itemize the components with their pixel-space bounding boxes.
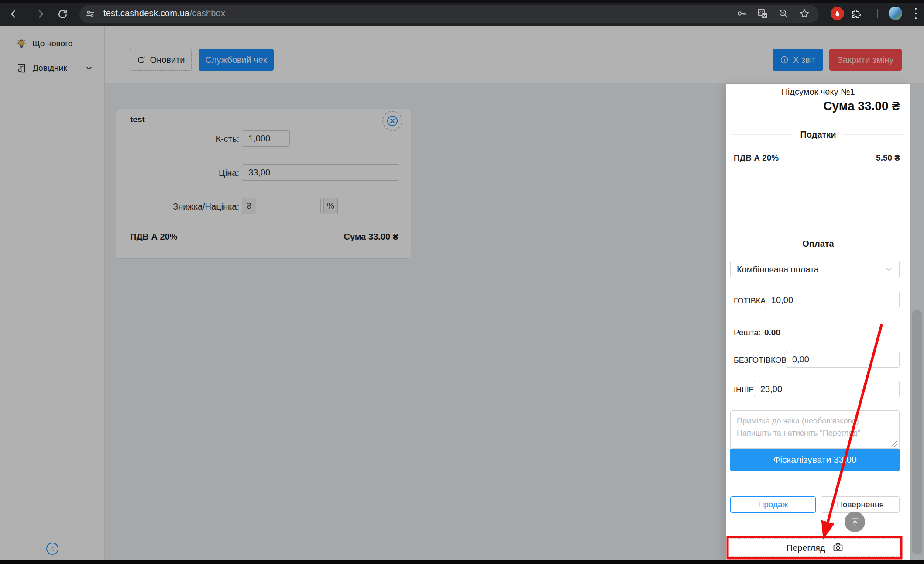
browser-reload-button[interactable]	[53, 5, 72, 23]
chrome-divider	[877, 9, 878, 18]
cash-label: ГОТІВКА:	[734, 296, 768, 306]
browser-back-button[interactable]	[6, 5, 24, 23]
sale-button[interactable]: Продаж	[730, 496, 816, 513]
translate-icon[interactable]: G	[757, 8, 768, 19]
payment-method-value: Комбінована оплата	[737, 265, 819, 275]
drawer-title: Підсумок чеку №1	[726, 87, 910, 97]
cash-input[interactable]	[765, 292, 900, 308]
tax-name: ПДВ А 20%	[734, 153, 779, 163]
back-arrow-icon	[10, 8, 21, 20]
payment-section-divider: Оплата	[732, 239, 904, 249]
preview-button[interactable]: Перегляд	[730, 538, 900, 557]
camera-icon	[833, 542, 843, 553]
site-info-button[interactable]	[81, 5, 100, 23]
back-to-top-button[interactable]	[845, 512, 865, 532]
hand-icon	[834, 10, 841, 17]
chrome-menu-button[interactable]	[914, 8, 917, 19]
receipt-total: Сума 33.00 ₴	[823, 99, 900, 113]
chevron-down-icon	[884, 265, 893, 274]
receipt-note-textarea[interactable]	[730, 410, 900, 449]
reload-icon	[57, 9, 68, 20]
tax-amount: 5.50 ₴	[876, 153, 900, 163]
receipt-summary-drawer: Підсумок чеку №1 Сума 33.00 ₴ Податки ПД…	[726, 84, 910, 564]
forward-arrow-icon	[33, 8, 45, 20]
taxes-section-divider: Податки	[732, 130, 904, 140]
extensions-puzzle-icon	[851, 9, 862, 20]
taxes-header: Податки	[800, 130, 836, 140]
adblock-extension-icon[interactable]	[831, 7, 844, 20]
other-input[interactable]	[754, 381, 900, 397]
other-label: ІНШЕ:	[734, 385, 756, 395]
cashless-input[interactable]	[786, 351, 900, 368]
payment-method-select[interactable]: Комбінована оплата	[730, 261, 900, 278]
divider	[730, 525, 900, 525]
refund-button[interactable]: Повернення	[821, 496, 900, 513]
bottom-black-bar	[0, 560, 924, 564]
site-info-icon	[85, 9, 96, 19]
extensions-button[interactable]	[847, 5, 865, 23]
zoom-out-icon[interactable]	[778, 8, 789, 19]
browser-chrome: test.cashdesk.com.ua/cashbox G	[0, 0, 924, 26]
password-key-icon[interactable]	[736, 8, 747, 19]
screenshot-root: test.cashdesk.com.ua/cashbox G Що нового	[0, 0, 924, 564]
fiscalize-button[interactable]: Фіскалізувати 33.00	[730, 449, 900, 471]
cashless-label: БЕЗГОТІВКОВА:	[734, 356, 794, 365]
preview-label: Перегляд	[787, 543, 825, 553]
divider	[730, 482, 900, 482]
url-text[interactable]: test.cashdesk.com.ua/cashbox	[103, 0, 225, 26]
payment-header: Оплата	[802, 239, 834, 249]
bookmark-star-icon[interactable]	[799, 8, 810, 19]
url-path: /cashbox	[189, 8, 225, 18]
url-host: test.cashdesk.com.ua	[103, 8, 189, 18]
scroll-top-icon	[850, 517, 860, 527]
browser-forward-button[interactable]	[30, 5, 48, 23]
profile-avatar[interactable]	[889, 7, 902, 20]
change-label: Решта:	[734, 328, 761, 337]
change-value: 0.00	[764, 328, 780, 337]
